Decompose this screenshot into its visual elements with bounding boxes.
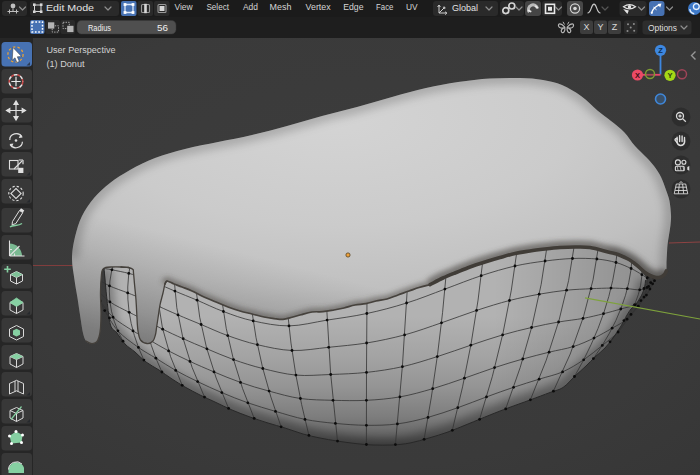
svg-text:Select: Select <box>206 1 229 12</box>
svg-text:UV: UV <box>406 1 418 12</box>
svg-text:56: 56 <box>157 22 168 33</box>
svg-text:Vertex: Vertex <box>306 1 331 12</box>
svg-text:Global: Global <box>452 2 478 13</box>
svg-text:X: X <box>635 71 640 80</box>
svg-text:Z: Z <box>658 46 663 55</box>
svg-text:Y: Y <box>667 71 672 80</box>
svg-text:X: X <box>583 22 589 32</box>
svg-text:(1) Donut: (1) Donut <box>47 58 85 69</box>
svg-text:Edge: Edge <box>343 1 363 12</box>
svg-text:Z: Z <box>612 22 618 32</box>
svg-text:View: View <box>174 1 192 12</box>
svg-text:Edit Mode: Edit Mode <box>46 2 94 13</box>
svg-text:Face: Face <box>376 1 393 12</box>
svg-text:Radius: Radius <box>88 22 111 33</box>
svg-text:Y: Y <box>597 22 603 32</box>
svg-text:Add: Add <box>243 1 258 12</box>
svg-text:Options: Options <box>648 22 677 33</box>
svg-text:Mesh: Mesh <box>270 1 292 12</box>
svg-text:User Perspective: User Perspective <box>47 44 116 55</box>
